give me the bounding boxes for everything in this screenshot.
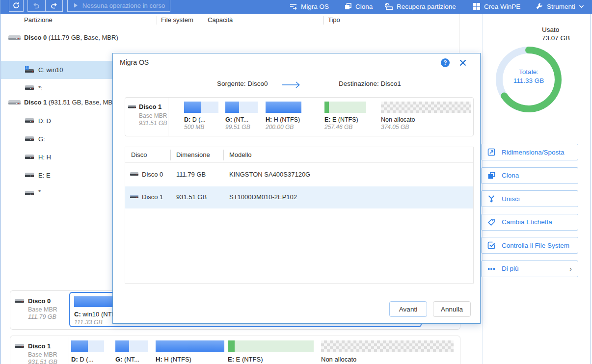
map-partition-unallocated[interactable]: Non allocato [321, 340, 454, 363]
disk-info-disco0[interactable]: Disco 0 Base MBR 111.79 GB [10, 291, 69, 329]
column-modello: Modello [229, 151, 252, 158]
check-filesystem-button[interactable]: Controlla il File System [481, 237, 578, 254]
column-divider [202, 16, 202, 25]
operation-status-button[interactable]: Nessuna operazione in corso [67, 0, 170, 12]
preview-partition-g[interactable]: G: (NT... 99.51 GB [225, 102, 258, 130]
map-partition-d[interactable]: D: D (... [71, 340, 104, 363]
merge-icon [487, 195, 495, 203]
help-icon[interactable]: ? [441, 58, 450, 67]
usage-used-label: Usato 73.07 GB [542, 26, 570, 42]
column-partizione: Partizione [24, 16, 53, 24]
refresh-button[interactable] [9, 0, 24, 12]
disk-map-disco1: Disco 1 Base MBR 931.51 GB D: D (... G: … [10, 336, 460, 364]
disk-icon [130, 194, 138, 200]
partition-drive: E: [228, 356, 234, 363]
map-partition-g[interactable]: G: (NT... [115, 340, 148, 363]
disk-table-row-disco0[interactable]: Disco 0 111.79 GB KINGSTON SA400S37120G [125, 164, 473, 186]
source-destination-row: Sorgente: Disco0 Destinazione: Disco1 [113, 80, 480, 90]
disk-row-disco0[interactable]: Disco 0 (111.79 GB, Base, MBR) [1, 29, 459, 47]
more-label: Di più [502, 265, 519, 272]
tag-icon [487, 218, 495, 226]
disk-icon [130, 172, 138, 177]
used-caption: Usato [542, 26, 570, 34]
undo-button[interactable] [28, 0, 45, 11]
chevron-right-icon: › [569, 264, 572, 273]
partition-drive: H: [266, 116, 272, 123]
disk-model: ST1000DM010-2EP102 [229, 193, 297, 201]
migrate-os-dialog: Migra OS ? Sorgente: Disco0 Destinazione… [112, 53, 481, 324]
preview-partition-h[interactable]: H: H (NTFS) 200.00 GB [266, 102, 301, 130]
disk-type: Base MBR [28, 351, 69, 358]
disk-name: Disco 0 [28, 297, 51, 305]
redo-button[interactable] [45, 0, 63, 11]
column-divider [223, 150, 224, 160]
partition-name: * [38, 188, 41, 196]
disk-size: 111.79 GB [28, 313, 69, 320]
disk-table-header: Disco Dimensione Modello [125, 147, 473, 163]
partition-name: H: H [38, 154, 51, 161]
operation-status-label: Nessuna operazione in corso [82, 2, 165, 9]
toolbar-migrate-os[interactable]: Migra OS [289, 0, 329, 13]
toolbar: Nessuna operazione in corso Migra OS Clo… [0, 0, 592, 14]
disk-icon [8, 34, 21, 41]
change-label-label: Cambia Etichetta [502, 218, 552, 226]
resize-move-button[interactable]: Ridimensiona/Sposta [481, 144, 578, 160]
detail-sidebar: Usato 73.07 GB Totale: 111.33 GB Ridimen… [482, 14, 591, 364]
wrench-icon [536, 2, 543, 10]
partition-label: D (... [78, 356, 94, 363]
merge-button[interactable]: Unisci [481, 190, 578, 207]
partition-name: D: D [38, 117, 51, 125]
app-window: Nessuna operazione in corso Migra OS Clo… [0, 0, 592, 364]
close-icon[interactable] [458, 58, 467, 67]
disk-name: Disco 0 [142, 171, 163, 178]
check-filesystem-label: Controlla il File System [502, 242, 569, 249]
preview-partition-d[interactable]: D: D (... 500 MB [184, 102, 218, 130]
disk-name: Disco 1 [28, 342, 51, 350]
column-disco: Disco [131, 151, 147, 158]
clone-label: Clona [502, 172, 519, 179]
map-partition-h[interactable]: H: H (NTFS) [156, 340, 224, 363]
toolbar-tools[interactable]: Strumenti [536, 0, 584, 13]
clone-button[interactable]: Clona [481, 167, 578, 184]
disk-info-disco1[interactable]: Disco 1 Base MBR 931.51 GB [10, 336, 69, 364]
disk-type: Base MBR [139, 112, 168, 119]
partition-list-header: Partizione File system Capacità Tipo [1, 14, 459, 27]
partition-name: E: E [38, 172, 51, 179]
disk-model: KINGSTON SA400S37120G [229, 171, 310, 178]
column-divider [323, 16, 324, 25]
next-button[interactable]: Avanti [389, 301, 427, 317]
toolbar-tools-label: Strumenti [547, 3, 575, 10]
partition-drive: E: [324, 116, 331, 123]
toolbar-migrate-os-label: Migra OS [301, 3, 329, 10]
disk-size: 931.51 GB [139, 120, 168, 127]
partition-label: H (NTFS) [162, 356, 191, 363]
toolbar-create-winpe[interactable]: Crea WinPE [473, 0, 520, 13]
disk-table-row-disco1[interactable]: Disco 1 931.51 GB ST1000DM010-2EP102 [125, 186, 473, 208]
more-button[interactable]: Di più › [481, 260, 578, 277]
dialog-title: Migra OS [120, 58, 149, 66]
toolbar-winpe-label: Crea WinPE [484, 3, 520, 10]
change-label-button[interactable]: Cambia Etichetta [481, 214, 578, 231]
column-capacita: Capacità [208, 16, 233, 24]
preview-partition-unallocated[interactable]: Non allocato 374.05 GB [381, 102, 471, 130]
partition-label: E (NTFS) [234, 356, 263, 363]
partition-drive: G: [225, 116, 232, 123]
disk-name-bold: Disco 1 [24, 99, 47, 106]
disk-name: Disco 0 (111.79 GB, Base, MBR) [24, 34, 118, 41]
cancel-button[interactable]: Annulla [433, 301, 471, 317]
toolbar-clone-label: Clona [355, 3, 373, 10]
map-partition-e[interactable]: E: E (NTFS) [228, 340, 314, 363]
disk-size: 111.79 GB [176, 171, 206, 178]
partition-name: *: [38, 84, 43, 92]
preview-disk-info: Disco 1 Base MBR 931.51 GB [125, 98, 168, 136]
partition-label: E (NTFS) [331, 116, 358, 123]
partition-icon [25, 136, 34, 141]
disk-name: Disco 1 [139, 103, 161, 110]
preview-partition-e[interactable]: E: E (NTFS) 257.46 GB [324, 102, 366, 130]
partition-icon [25, 118, 34, 123]
check-square-icon [487, 241, 495, 249]
toolbar-clone[interactable]: Clona [344, 0, 373, 13]
disk-icon [15, 298, 24, 304]
toolbar-recover-partition[interactable]: Recupera partizione [384, 0, 456, 13]
winpe-icon [473, 2, 481, 10]
